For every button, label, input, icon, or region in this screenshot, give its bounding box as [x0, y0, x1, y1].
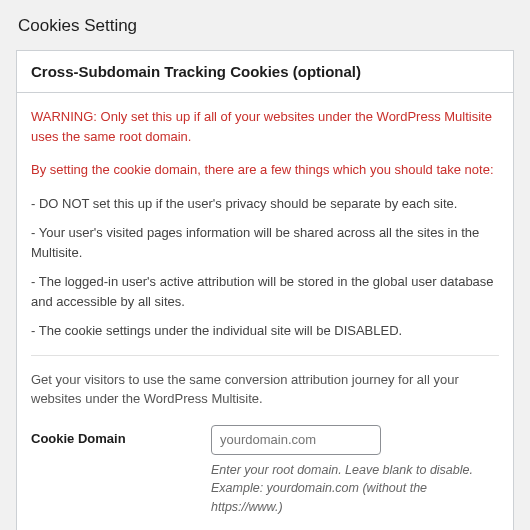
cookie-domain-input[interactable] [211, 425, 381, 455]
warning-label: WARNING: [31, 109, 97, 124]
cookie-domain-help: Enter your root domain. Leave blank to d… [211, 461, 499, 517]
note-intro: By setting the cookie domain, there are … [31, 160, 499, 180]
bullet-item: - Your user's visited pages information … [31, 223, 499, 262]
panel-description: Get your visitors to use the same conver… [31, 370, 499, 409]
warning-text: WARNING: Only set this up if all of your… [31, 107, 499, 146]
bullet-item: - The logged-in user's active attributio… [31, 272, 499, 311]
page-title: Cookies Setting [18, 16, 514, 36]
cookie-domain-control: Enter your root domain. Leave blank to d… [211, 425, 499, 517]
panel-header: Cross-Subdomain Tracking Cookies (option… [17, 51, 513, 93]
divider [31, 355, 499, 356]
panel-body: WARNING: Only set this up if all of your… [17, 93, 513, 530]
cookie-domain-label: Cookie Domain [31, 425, 211, 446]
bullet-item: - The cookie settings under the individu… [31, 321, 499, 341]
panel-heading: Cross-Subdomain Tracking Cookies (option… [31, 63, 499, 80]
settings-panel: Cross-Subdomain Tracking Cookies (option… [16, 50, 514, 530]
cookie-domain-field: Cookie Domain Enter your root domain. Le… [31, 425, 499, 517]
warning-body: Only set this up if all of your websites… [31, 109, 492, 144]
bullet-item: - DO NOT set this up if the user's priva… [31, 194, 499, 214]
